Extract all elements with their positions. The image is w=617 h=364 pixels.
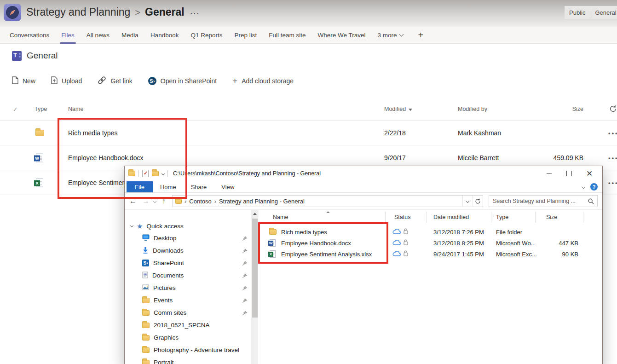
explorer-navbar: ← → ↑ › Contoso › Strategy and Planning … [125,193,602,210]
tab-media[interactable]: Media [115,27,144,44]
sort-descending-icon [409,109,412,111]
sidebar-item-comm-sites[interactable]: Comm sites [125,306,251,319]
scrollbar[interactable] [251,210,258,364]
column-type[interactable]: Type [35,106,47,112]
minimize-button[interactable] [539,166,559,181]
add-cloud-storage-button[interactable]: + Add cloud storage [232,76,294,86]
select-all-check-icon[interactable]: ✓ [13,106,17,113]
cloud-icon [392,229,401,236]
file-type: File folder [496,229,522,236]
compass-icon [6,6,19,19]
folder-icon [142,310,150,316]
sync-status [392,250,408,258]
folder-icon [142,323,150,328]
sync-status [392,228,408,236]
address-dropdown-chevron-icon[interactable] [462,196,473,207]
tab-conversations[interactable]: Conversations [4,27,55,44]
column-status[interactable]: Status [394,214,410,220]
scroll-up-button[interactable] [251,210,259,218]
upload-button[interactable]: Upload [51,76,82,86]
channel-heading: General [12,51,58,61]
privacy-selector[interactable]: Public General Pu [565,6,617,19]
more-options-icon[interactable]: ··· [190,8,200,18]
folder-icon [142,360,150,364]
breadcrumb-contoso[interactable]: Contoso [189,198,211,205]
address-bar[interactable]: › Contoso › Strategy and Planning - Gene… [172,195,483,207]
pin-icon [242,260,247,267]
team-avatar[interactable] [4,4,21,21]
tab-all-news[interactable]: All news [81,27,115,44]
explorer-titlebar[interactable]: C:\Users\mkash\Contoso\Strategy and Plan… [125,166,602,181]
tab-more-menu[interactable]: 3 more [372,27,409,44]
breadcrumb-current-folder[interactable]: Strategy and Planning - General [219,198,305,205]
sidebar-item-documents[interactable]: Documents [125,269,251,282]
recent-locations-chevron-icon[interactable] [153,200,156,203]
pictures-icon [142,284,149,291]
expand-ribbon-chevron-icon[interactable] [582,185,585,189]
new-button[interactable]: New [12,76,35,86]
sharepoint-icon: S› [142,260,149,266]
privacy-next[interactable]: General Pu [590,9,617,16]
desktop-icon [142,234,150,243]
sidebar-item-downloads[interactable]: Downloads [125,244,251,257]
ribbon-tab-view[interactable]: View [214,181,242,192]
teams-app-header: Strategy and Planning > General ··· Publ… [0,0,617,27]
sidebar-item-quick-access[interactable]: ★ Quick access [125,220,251,232]
collapse-chevron-icon[interactable] [130,224,133,227]
privacy-selected[interactable]: Public [569,9,590,16]
quick-access-star-icon: ★ [137,223,143,230]
column-modified-by[interactable]: Modified by [458,106,487,112]
sidebar-item-pictures[interactable]: Pictures [125,282,251,294]
sidebar-item-2018-0521-spcna[interactable]: 2018_0521_SPCNA [125,319,251,331]
refresh-icon[interactable] [609,105,617,114]
sidebar-item-events[interactable]: Events [125,294,251,306]
file-size: 90 KB [537,251,578,258]
maximize-button[interactable] [559,166,579,181]
file-size: 459.09 KB [534,154,583,162]
pin-icon [242,298,247,305]
add-tab-button[interactable]: + [412,30,430,40]
sharepoint-icon: S› [148,77,156,85]
tab-prep-list[interactable]: Prep list [228,27,263,44]
file-modified: 2/22/18 [384,129,406,137]
column-name[interactable]: Name [273,214,288,220]
column-date-modified[interactable]: Date modified [433,214,469,220]
plus-icon: + [232,76,237,86]
sidebar-item-sharepoint[interactable]: S› SharePoint [125,257,251,269]
close-button[interactable]: ✕ [579,166,600,181]
more-options-icon[interactable]: ••• [608,154,617,161]
scrollbar-thumb[interactable] [252,219,258,318]
annotation-box-teams-files [58,118,187,199]
more-options-icon[interactable]: ••• [608,129,617,136]
open-in-sharepoint-button[interactable]: S› Open in SharePoint [148,77,217,85]
column-size[interactable]: Size [534,106,583,112]
get-link-button[interactable]: Get link [98,76,132,86]
sidebar-item-portrait[interactable]: Portrait [125,356,251,364]
column-size[interactable]: Size [546,214,557,220]
window-controls: ✕ [539,166,600,181]
column-name[interactable]: Name [68,106,83,112]
tab-full-team-site[interactable]: Full team site [263,27,311,44]
sidebar-item-desktop[interactable]: Desktop [125,232,251,244]
column-modified[interactable]: Modified [384,106,412,112]
sidebar-item-graphics[interactable]: Graphics [125,331,251,344]
pin-icon [242,236,247,243]
file-explorer-window[interactable]: C:\Users\mkash\Contoso\Strategy and Plan… [124,166,603,364]
search-box[interactable] [489,195,598,207]
tab-files[interactable]: Files [55,27,81,44]
search-input[interactable] [489,198,581,204]
tab-handbook[interactable]: Handbook [144,27,185,44]
column-type[interactable]: Type [496,214,508,220]
window-title-path: C:\Users\mkash\Contoso\Strategy and Plan… [173,170,321,177]
tab-q1-reports[interactable]: Q1 Reports [185,27,228,44]
file-modified: 9/20/17 [384,154,406,162]
more-options-icon[interactable]: ••• [608,179,617,186]
excel-file-icon: X [36,178,43,187]
sidebar-item-photography-adventure-travel[interactable]: Photography - Adventure travel [125,344,251,356]
help-icon[interactable]: ? [590,183,598,191]
folder-icon [35,130,44,136]
tab-where-we-travel[interactable]: Where We Travel [312,27,372,44]
files-toolbar: New Upload Get link S› Open in SharePoin… [12,76,294,86]
refresh-icon[interactable] [473,196,483,207]
ribbon-tab-share[interactable]: Share [184,181,214,192]
